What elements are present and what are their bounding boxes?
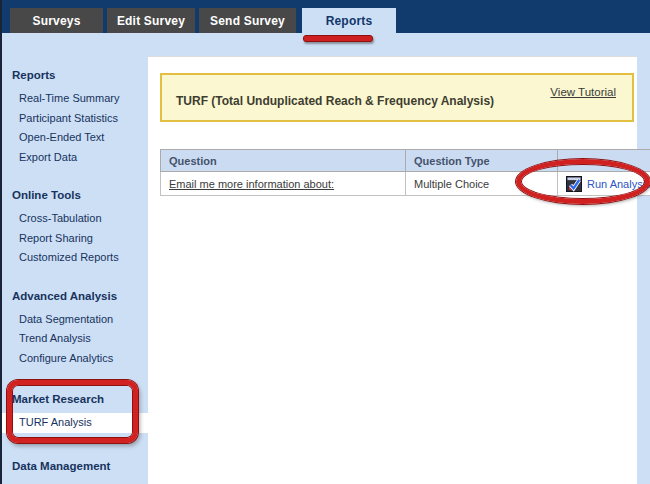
sidebar-section-advanced-analysis: Advanced AnalysisData SegmentationTrend … <box>2 290 148 369</box>
app-window: SurveysEdit SurveySend SurveyReports Rep… <box>0 0 650 484</box>
sidebar-section-header-reports: Reports <box>2 69 148 82</box>
sidebar-item-trend-analysis[interactable]: Trend Analysis <box>2 329 148 349</box>
sidebar-section-market-research: Market ResearchTURF Analysis <box>2 393 148 433</box>
window-left-edge <box>0 0 2 484</box>
tab-surveys[interactable]: Surveys <box>10 8 103 33</box>
column-header-question-type: Question Type <box>406 150 558 172</box>
tab-reports[interactable]: Reports <box>302 8 396 33</box>
column-header-actions <box>558 150 650 172</box>
sidebar-item-export-data[interactable]: Export Data <box>2 148 148 168</box>
view-tutorial-link[interactable]: View Tutorial <box>550 86 616 98</box>
sidebar-navigation: ReportsReal-Time SummaryParticipant Stat… <box>2 33 148 484</box>
question-cell: Email me more information about: <box>161 172 406 196</box>
run-analysis-link[interactable]: Run Analysis » <box>587 178 650 190</box>
question-link[interactable]: Email me more information about: <box>169 178 334 190</box>
tab-send-survey[interactable]: Send Survey <box>199 8 296 33</box>
sidebar-item-cross-tabulation[interactable]: Cross-Tabulation <box>2 209 148 229</box>
sidebar-item-turf-analysis[interactable]: TURF Analysis <box>2 413 148 433</box>
sidebar-item-open-ended-text[interactable]: Open-Ended Text <box>2 128 148 148</box>
column-header-question: Question <box>161 150 406 172</box>
table-header-row: QuestionQuestion Type <box>161 150 650 172</box>
market-research-box-annotation <box>7 380 138 443</box>
sidebar-section-header-online-tools: Online Tools <box>2 189 148 202</box>
table-row: Email me more information about:Multiple… <box>161 172 650 196</box>
sidebar-item-report-sharing[interactable]: Report Sharing <box>2 229 148 249</box>
sidebar-section-online-tools: Online ToolsCross-TabulationReport Shari… <box>2 189 148 268</box>
sidebar-section-header-advanced-analysis: Advanced Analysis <box>2 290 148 303</box>
sidebar-item-data-segmentation[interactable]: Data Segmentation <box>2 310 148 330</box>
action-cell: Run Analysis » <box>558 172 650 196</box>
top-navigation-bar: SurveysEdit SurveySend SurveyReports <box>0 0 650 33</box>
sidebar-item-participant-statistics[interactable]: Participant Statistics <box>2 109 148 129</box>
sidebar-section-data-management: Data Management <box>2 460 148 473</box>
sidebar-section-header-data-management: Data Management <box>2 460 148 473</box>
content-panel: TURF (Total Unduplicated Reach & Frequen… <box>148 56 637 484</box>
sidebar-item-real-time-summary[interactable]: Real-Time Summary <box>2 89 148 109</box>
sidebar-item-configure-analytics[interactable]: Configure Analytics <box>2 349 148 369</box>
sidebar-section-header-market-research: Market Research <box>2 393 148 406</box>
tab-edit-survey[interactable]: Edit Survey <box>107 8 195 33</box>
turf-header-box: TURF (Total Unduplicated Reach & Frequen… <box>160 73 634 122</box>
sidebar-section-reports: ReportsReal-Time SummaryParticipant Stat… <box>2 69 148 167</box>
run-analysis-icon <box>566 176 582 192</box>
question-table: QuestionQuestion Type Email me more info… <box>160 149 650 196</box>
page-title: TURF (Total Unduplicated Reach & Frequen… <box>176 94 494 108</box>
sidebar-item-customized-reports[interactable]: Customized Reports <box>2 248 148 268</box>
question-type-cell: Multiple Choice <box>406 172 558 196</box>
reports-tab-underline-annotation <box>303 35 373 42</box>
table-body: Email me more information about:Multiple… <box>161 172 650 196</box>
